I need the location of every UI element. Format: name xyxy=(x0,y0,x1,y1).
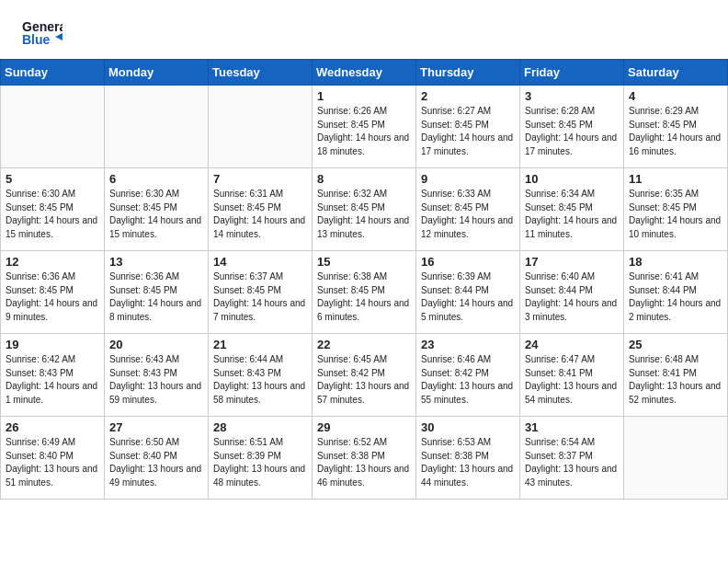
calendar-cell xyxy=(209,86,313,168)
day-number: 9 xyxy=(421,172,515,186)
day-number: 1 xyxy=(317,89,411,103)
calendar-cell: 29Sunrise: 6:52 AM Sunset: 8:38 PM Dayli… xyxy=(313,417,416,500)
day-number: 29 xyxy=(317,420,411,434)
day-number: 10 xyxy=(525,172,619,186)
day-number: 28 xyxy=(213,420,307,434)
weekday-wednesday: Wednesday xyxy=(313,60,416,86)
cell-info: Sunrise: 6:30 AM Sunset: 8:45 PM Dayligh… xyxy=(6,188,99,241)
calendar-cell: 26Sunrise: 6:49 AM Sunset: 8:40 PM Dayli… xyxy=(1,417,105,500)
day-number: 17 xyxy=(525,255,619,269)
cell-info: Sunrise: 6:42 AM Sunset: 8:43 PM Dayligh… xyxy=(6,353,99,407)
week-row-1: 1Sunrise: 6:26 AM Sunset: 8:45 PM Daylig… xyxy=(1,86,728,168)
cell-info: Sunrise: 6:30 AM Sunset: 8:45 PM Dayligh… xyxy=(109,188,203,241)
cell-info: Sunrise: 6:36 AM Sunset: 8:45 PM Dayligh… xyxy=(6,270,99,324)
calendar-cell: 2Sunrise: 6:27 AM Sunset: 8:45 PM Daylig… xyxy=(416,86,520,168)
calendar-cell: 28Sunrise: 6:51 AM Sunset: 8:39 PM Dayli… xyxy=(209,417,313,500)
calendar-cell: 31Sunrise: 6:54 AM Sunset: 8:37 PM Dayli… xyxy=(520,417,624,500)
day-number: 26 xyxy=(6,420,99,434)
cell-info: Sunrise: 6:38 AM Sunset: 8:45 PM Dayligh… xyxy=(317,270,411,324)
calendar-cell xyxy=(105,86,209,168)
calendar-cell: 4Sunrise: 6:29 AM Sunset: 8:45 PM Daylig… xyxy=(624,86,728,168)
day-number: 11 xyxy=(629,172,722,186)
calendar-cell xyxy=(1,86,105,168)
day-number: 25 xyxy=(629,338,722,351)
calendar-cell: 18Sunrise: 6:41 AM Sunset: 8:44 PM Dayli… xyxy=(624,251,728,334)
calendar-cell: 1Sunrise: 6:26 AM Sunset: 8:45 PM Daylig… xyxy=(313,86,416,168)
cell-info: Sunrise: 6:48 AM Sunset: 8:41 PM Dayligh… xyxy=(629,353,722,407)
day-number: 2 xyxy=(421,89,515,103)
calendar-cell: 15Sunrise: 6:38 AM Sunset: 8:45 PM Dayli… xyxy=(313,251,416,334)
calendar-cell: 11Sunrise: 6:35 AM Sunset: 8:45 PM Dayli… xyxy=(624,168,728,251)
cell-info: Sunrise: 6:28 AM Sunset: 8:45 PM Dayligh… xyxy=(525,105,619,158)
week-row-5: 26Sunrise: 6:49 AM Sunset: 8:40 PM Dayli… xyxy=(1,417,728,500)
day-number: 23 xyxy=(421,338,515,351)
cell-info: Sunrise: 6:37 AM Sunset: 8:45 PM Dayligh… xyxy=(213,270,307,324)
calendar-table: SundayMondayTuesdayWednesdayThursdayFrid… xyxy=(0,59,728,500)
calendar-cell: 3Sunrise: 6:28 AM Sunset: 8:45 PM Daylig… xyxy=(520,86,624,168)
svg-text:Blue: Blue xyxy=(22,32,51,47)
calendar-cell: 12Sunrise: 6:36 AM Sunset: 8:45 PM Dayli… xyxy=(1,251,105,334)
day-number: 30 xyxy=(421,420,515,434)
calendar-cell: 8Sunrise: 6:32 AM Sunset: 8:45 PM Daylig… xyxy=(313,168,416,251)
calendar-cell xyxy=(624,417,728,500)
cell-info: Sunrise: 6:31 AM Sunset: 8:45 PM Dayligh… xyxy=(213,188,307,241)
weekday-thursday: Thursday xyxy=(416,60,520,86)
cell-info: Sunrise: 6:32 AM Sunset: 8:45 PM Dayligh… xyxy=(317,188,411,241)
day-number: 7 xyxy=(213,172,307,186)
weekday-tuesday: Tuesday xyxy=(209,60,313,86)
calendar-body: 1Sunrise: 6:26 AM Sunset: 8:45 PM Daylig… xyxy=(1,86,728,500)
calendar-cell: 14Sunrise: 6:37 AM Sunset: 8:45 PM Dayli… xyxy=(209,251,313,334)
page-header: General Blue xyxy=(0,0,728,59)
calendar-cell: 19Sunrise: 6:42 AM Sunset: 8:43 PM Dayli… xyxy=(1,334,105,417)
day-number: 15 xyxy=(317,255,411,269)
calendar-cell: 17Sunrise: 6:40 AM Sunset: 8:44 PM Dayli… xyxy=(520,251,624,334)
weekday-sunday: Sunday xyxy=(1,60,105,86)
cell-info: Sunrise: 6:34 AM Sunset: 8:45 PM Dayligh… xyxy=(525,188,619,241)
day-number: 5 xyxy=(6,172,99,186)
day-number: 8 xyxy=(317,172,411,186)
calendar-cell: 9Sunrise: 6:33 AM Sunset: 8:45 PM Daylig… xyxy=(416,168,520,251)
day-number: 19 xyxy=(6,338,99,351)
calendar-cell: 27Sunrise: 6:50 AM Sunset: 8:40 PM Dayli… xyxy=(105,417,209,500)
cell-info: Sunrise: 6:41 AM Sunset: 8:44 PM Dayligh… xyxy=(629,270,722,324)
cell-info: Sunrise: 6:47 AM Sunset: 8:41 PM Dayligh… xyxy=(525,353,619,407)
day-number: 21 xyxy=(213,338,307,351)
calendar-cell: 5Sunrise: 6:30 AM Sunset: 8:45 PM Daylig… xyxy=(1,168,105,251)
cell-info: Sunrise: 6:53 AM Sunset: 8:38 PM Dayligh… xyxy=(421,436,515,489)
cell-info: Sunrise: 6:26 AM Sunset: 8:45 PM Dayligh… xyxy=(317,105,411,158)
week-row-2: 5Sunrise: 6:30 AM Sunset: 8:45 PM Daylig… xyxy=(1,168,728,251)
svg-marker-2 xyxy=(55,33,63,40)
weekday-friday: Friday xyxy=(520,60,624,86)
day-number: 22 xyxy=(317,338,411,351)
day-number: 6 xyxy=(109,172,203,186)
calendar-cell: 6Sunrise: 6:30 AM Sunset: 8:45 PM Daylig… xyxy=(105,168,209,251)
cell-info: Sunrise: 6:29 AM Sunset: 8:45 PM Dayligh… xyxy=(629,105,722,158)
day-number: 16 xyxy=(421,255,515,269)
cell-info: Sunrise: 6:54 AM Sunset: 8:37 PM Dayligh… xyxy=(525,436,619,489)
calendar-cell: 24Sunrise: 6:47 AM Sunset: 8:41 PM Dayli… xyxy=(520,334,624,417)
cell-info: Sunrise: 6:36 AM Sunset: 8:45 PM Dayligh… xyxy=(109,270,203,324)
cell-info: Sunrise: 6:51 AM Sunset: 8:39 PM Dayligh… xyxy=(213,436,307,489)
day-number: 18 xyxy=(629,255,722,269)
cell-info: Sunrise: 6:27 AM Sunset: 8:45 PM Dayligh… xyxy=(421,105,515,158)
calendar-cell: 25Sunrise: 6:48 AM Sunset: 8:41 PM Dayli… xyxy=(624,334,728,417)
calendar-cell: 22Sunrise: 6:45 AM Sunset: 8:42 PM Dayli… xyxy=(313,334,416,417)
cell-info: Sunrise: 6:46 AM Sunset: 8:42 PM Dayligh… xyxy=(421,353,515,407)
cell-info: Sunrise: 6:49 AM Sunset: 8:40 PM Dayligh… xyxy=(6,436,99,489)
weekday-header-row: SundayMondayTuesdayWednesdayThursdayFrid… xyxy=(1,60,728,86)
week-row-3: 12Sunrise: 6:36 AM Sunset: 8:45 PM Dayli… xyxy=(1,251,728,334)
day-number: 4 xyxy=(629,89,722,103)
day-number: 27 xyxy=(109,420,203,434)
day-number: 13 xyxy=(109,255,203,269)
calendar-cell: 7Sunrise: 6:31 AM Sunset: 8:45 PM Daylig… xyxy=(209,168,313,251)
cell-info: Sunrise: 6:39 AM Sunset: 8:44 PM Dayligh… xyxy=(421,270,515,324)
day-number: 24 xyxy=(525,338,619,351)
calendar-cell: 16Sunrise: 6:39 AM Sunset: 8:44 PM Dayli… xyxy=(416,251,520,334)
cell-info: Sunrise: 6:40 AM Sunset: 8:44 PM Dayligh… xyxy=(525,270,619,324)
cell-info: Sunrise: 6:35 AM Sunset: 8:45 PM Dayligh… xyxy=(629,188,722,241)
cell-info: Sunrise: 6:52 AM Sunset: 8:38 PM Dayligh… xyxy=(317,436,411,489)
calendar-cell: 13Sunrise: 6:36 AM Sunset: 8:45 PM Dayli… xyxy=(105,251,209,334)
cell-info: Sunrise: 6:44 AM Sunset: 8:43 PM Dayligh… xyxy=(213,353,307,407)
cell-info: Sunrise: 6:50 AM Sunset: 8:40 PM Dayligh… xyxy=(109,436,203,489)
cell-info: Sunrise: 6:43 AM Sunset: 8:43 PM Dayligh… xyxy=(109,353,203,407)
